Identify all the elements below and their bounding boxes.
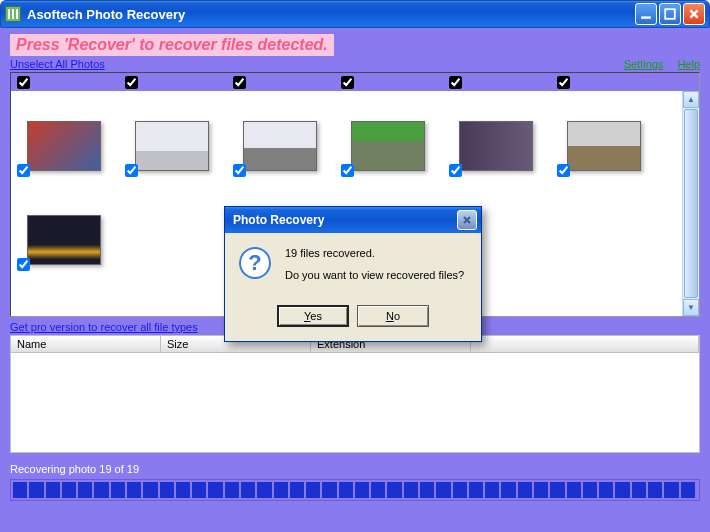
thumbnail-item[interactable] (27, 215, 101, 265)
thumbnail-item[interactable] (27, 121, 101, 171)
photo-checkbox[interactable] (17, 164, 30, 177)
col-checkbox[interactable] (17, 76, 30, 89)
photo-checkbox[interactable] (557, 164, 570, 177)
scroll-down-button[interactable]: ▼ (683, 299, 699, 316)
thumbnail-item[interactable] (459, 121, 533, 171)
photo-thumbnail (135, 121, 209, 171)
col-checkbox[interactable] (341, 76, 354, 89)
vertical-scrollbar[interactable]: ▲ ▼ (682, 91, 699, 316)
photo-checkbox[interactable] (449, 164, 462, 177)
thumbnail-item[interactable] (351, 121, 425, 171)
photo-thumbnail (459, 121, 533, 171)
scroll-up-button[interactable]: ▲ (683, 91, 699, 108)
close-button[interactable] (683, 3, 705, 25)
thumbnail-item[interactable] (243, 121, 317, 171)
svg-rect-0 (641, 16, 651, 18)
maximize-button[interactable] (659, 3, 681, 25)
dialog-title: Photo Recovery (229, 213, 457, 227)
dialog-close-button[interactable] (457, 210, 477, 230)
photo-thumbnail (567, 121, 641, 171)
yes-label: es (310, 310, 322, 322)
scroll-thumb[interactable] (684, 109, 698, 298)
progress-bar (10, 479, 700, 501)
settings-link[interactable]: Settings (624, 58, 664, 70)
minimize-button[interactable] (635, 3, 657, 25)
col-checkbox[interactable] (233, 76, 246, 89)
photo-thumbnail (27, 215, 101, 265)
header-checkbox-row (11, 73, 699, 91)
question-icon: ? (239, 247, 271, 279)
dialog-message-2: Do you want to view recovered files? (285, 269, 464, 281)
window-titlebar: Asoftech Photo Recovery (0, 0, 710, 28)
thumbnail-item[interactable] (135, 121, 209, 171)
unselect-all-link[interactable]: Unselect All Photos (10, 58, 105, 70)
pro-version-link[interactable]: Get pro version to recover all file type… (10, 321, 198, 333)
dialog-titlebar[interactable]: Photo Recovery (225, 207, 481, 233)
app-icon (5, 6, 21, 22)
photo-checkbox[interactable] (341, 164, 354, 177)
recovery-dialog: Photo Recovery ? 19 files recovered. Do … (224, 206, 482, 342)
photo-checkbox[interactable] (17, 258, 30, 271)
photo-checkbox[interactable] (233, 164, 246, 177)
no-button[interactable]: No (357, 305, 429, 327)
photo-thumbnail (27, 121, 101, 171)
dialog-message-1: 19 files recovered. (285, 247, 464, 259)
col-header-name[interactable]: Name (11, 336, 161, 352)
status-text: Recovering photo 19 of 19 (10, 463, 700, 475)
col-checkbox[interactable] (125, 76, 138, 89)
file-table-body (10, 353, 700, 453)
col-header-empty (471, 336, 699, 352)
window-title: Asoftech Photo Recovery (27, 7, 635, 22)
photo-thumbnail (243, 121, 317, 171)
photo-checkbox[interactable] (125, 164, 138, 177)
thumbnail-item[interactable] (567, 121, 641, 171)
col-checkbox[interactable] (449, 76, 462, 89)
no-label: o (394, 310, 400, 322)
instruction-text: Press 'Recover' to recover files detecte… (10, 34, 334, 56)
col-checkbox[interactable] (557, 76, 570, 89)
help-link[interactable]: Help (677, 58, 700, 70)
photo-thumbnail (351, 121, 425, 171)
yes-button[interactable]: Yes (277, 305, 349, 327)
svg-rect-1 (665, 9, 675, 19)
